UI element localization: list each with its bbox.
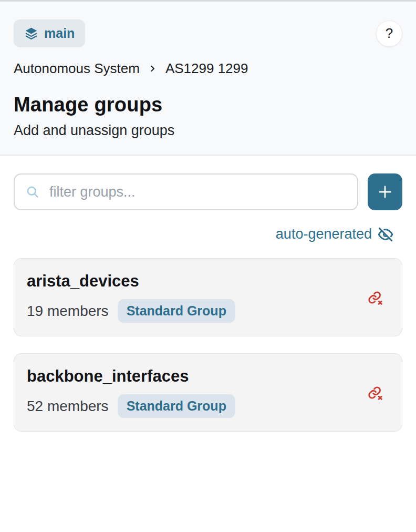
- breadcrumb: Autonomous System AS1299 1299: [14, 60, 402, 77]
- question-mark-icon: ?: [386, 25, 393, 42]
- topbar: main ?: [14, 19, 402, 47]
- breadcrumb-item-as1299: AS1299 1299: [165, 60, 248, 77]
- add-group-button[interactable]: [368, 173, 402, 210]
- page-header: main ? Autonomous System AS1299 1299 Man…: [0, 2, 416, 156]
- group-card: backbone_interfaces 52 members Standard …: [14, 353, 402, 432]
- branch-name: main: [44, 26, 75, 41]
- search-icon: [25, 185, 40, 199]
- group-kind-badge: Standard Group: [118, 299, 235, 323]
- page-title: Manage groups: [14, 94, 402, 116]
- group-name: backbone_interfaces: [27, 367, 389, 386]
- group-members: 19 members: [27, 303, 109, 320]
- unassign-group-button[interactable]: [364, 287, 386, 309]
- unlink-icon: [366, 289, 384, 306]
- layers-icon: [24, 26, 38, 40]
- help-button[interactable]: ?: [376, 21, 402, 47]
- groups-toolbar: [14, 173, 402, 210]
- group-meta: 52 members Standard Group: [27, 394, 389, 418]
- page-subtitle: Add and unassign groups: [14, 122, 402, 139]
- group-kind-badge: Standard Group: [118, 394, 235, 418]
- group-members: 52 members: [27, 398, 109, 415]
- chevron-right-icon: [148, 64, 157, 73]
- auto-generated-label: auto-generated: [276, 226, 372, 242]
- plus-icon: [377, 183, 393, 200]
- unassign-group-button[interactable]: [364, 382, 386, 404]
- unlink-icon: [366, 384, 384, 402]
- group-card: arista_devices 19 members Standard Group: [14, 258, 402, 336]
- group-meta: 19 members Standard Group: [27, 299, 389, 323]
- branch-badge[interactable]: main: [14, 19, 85, 47]
- filter-input-wrapper: [14, 173, 358, 210]
- filter-groups-input[interactable]: [49, 184, 347, 200]
- eye-off-icon: [378, 227, 393, 242]
- groups-panel: auto-generated arista_devices 19 members…: [0, 156, 416, 453]
- auto-generated-toggle[interactable]: auto-generated: [14, 226, 393, 242]
- breadcrumb-item-autonomous-system[interactable]: Autonomous System: [14, 60, 140, 77]
- group-name: arista_devices: [27, 272, 389, 291]
